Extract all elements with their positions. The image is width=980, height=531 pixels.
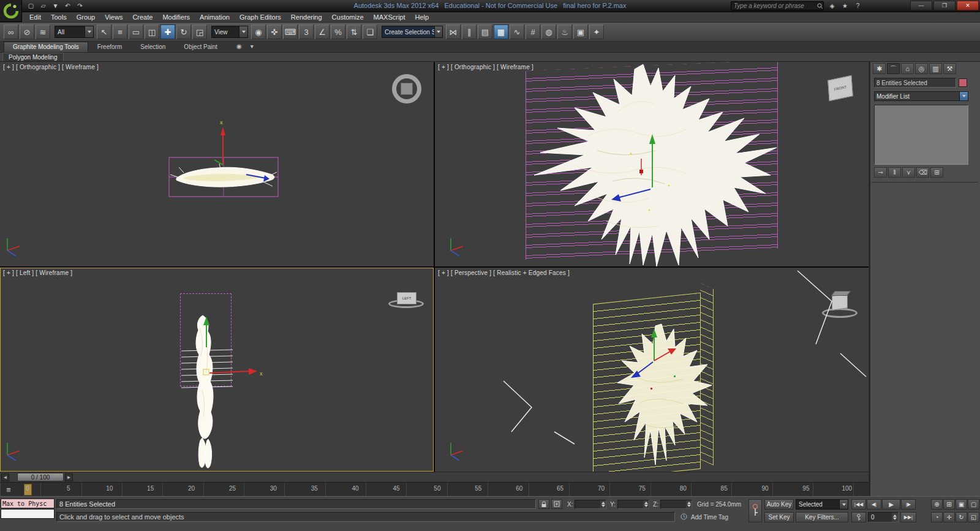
dropdown-arrow-icon[interactable] [434,26,442,37]
make-unique-icon[interactable]: ⋎ [902,167,915,178]
snaps-toggle-3d-icon[interactable]: 3 [299,24,314,39]
go-to-end-icon[interactable]: ▶▶| [900,512,916,522]
keyboard-shortcut-override-icon[interactable]: ⌨ [283,24,298,39]
rectangular-selection-icon[interactable]: ▭ [129,24,143,39]
menu-animation[interactable]: Animation [195,12,235,23]
graphite-ribbon-toggle-icon[interactable]: ▦ [494,24,508,39]
go-to-start-icon[interactable]: |◀◀ [851,499,866,510]
schematic-view-icon[interactable]: # [526,24,540,39]
unlink-selection-icon[interactable]: ⊘ [20,24,34,39]
percent-snap-icon[interactable]: % [331,24,345,39]
next-frame-icon[interactable]: |▶ [901,499,916,510]
utilities-tab-icon[interactable]: ⚒ [943,63,956,74]
configure-modifier-sets-icon[interactable]: ⊞ [930,167,943,178]
menu-rendering[interactable]: Rendering [286,12,327,23]
spinner-icon[interactable] [600,500,606,508]
select-and-move-icon[interactable]: ✚ [160,24,175,39]
time-slider-handle[interactable]: 0 / 100 [17,473,64,481]
viewport-label[interactable]: [ + ] [ Orthographic ] [ Wireframe ] [438,64,533,70]
save-file-icon[interactable]: ▼ [50,1,61,10]
menu-maxscript[interactable]: MAXScript [369,12,410,23]
viewport-top-left-orthographic[interactable]: [ + ] [ Orthographic ] [ Wireframe ] [0,62,434,266]
menu-modifiers[interactable]: Modifiers [157,12,195,23]
minimize-button[interactable]: — [910,1,932,10]
ribbon-tab-graphite[interactable]: Graphite Modeling Tools [4,42,88,52]
dropdown-arrow-icon[interactable] [239,26,247,37]
time-slider-next-icon[interactable]: ► [65,473,73,481]
create-tab-icon[interactable]: ✱ [873,63,886,74]
viewport-label[interactable]: [ + ] [ Left ] [ Wireframe ] [3,269,72,276]
use-pivot-point-center-icon[interactable]: ◉ [251,24,266,39]
menu-graph-editors[interactable]: Graph Editors [235,12,286,23]
favorites-star-icon[interactable]: ★ [840,1,850,10]
hierarchy-tab-icon[interactable]: ⌂ [901,63,914,74]
spinner-icon[interactable] [686,500,692,508]
menu-tools[interactable]: Tools [46,12,72,23]
menu-create[interactable]: Create [127,12,157,23]
remove-modifier-icon[interactable]: ⌫ [916,167,929,178]
3dsmax-logo[interactable] [0,0,22,22]
viewport-label[interactable]: [ + ] [ Perspective ] [ Realistic + Edge… [438,269,570,276]
layer-manager-icon[interactable]: ▤ [478,24,492,39]
modify-tab-icon[interactable]: ⌒ [887,63,900,74]
absolute-mode-toggle[interactable] [551,499,562,509]
angle-snap-icon[interactable]: ∠ [315,24,330,39]
field-of-view-icon[interactable]: ◔ [931,512,943,522]
time-slider-prev-icon[interactable]: ◄ [1,473,9,481]
redo-icon[interactable]: ↷ [75,1,85,10]
modifier-stack[interactable] [874,105,968,165]
maximize-button[interactable]: ❐ [933,1,956,10]
menu-edit[interactable]: Edit [24,12,46,23]
key-filters-button[interactable]: Key Filters... [796,512,848,522]
menu-customize[interactable]: Customize [327,12,369,23]
communication-center-icon[interactable]: ◈ [827,1,837,10]
viewport-bottom-right-perspective[interactable]: [ + ] [ Perspective ] [ Realistic + Edge… [435,268,869,472]
ribbon-tab-object-paint[interactable]: Object Paint [175,42,226,52]
play-animation-icon[interactable]: ▶ [882,499,900,510]
spinner-icon[interactable] [643,500,649,508]
pan-view-icon[interactable]: ✛ [943,512,955,522]
maxscript-mini-listener[interactable] [1,509,55,519]
selection-filter-dropdown[interactable]: All [55,26,94,38]
select-and-rotate-icon[interactable]: ↻ [176,24,191,39]
render-production-icon[interactable]: ✦ [589,24,604,39]
select-and-manipulate-icon[interactable]: ✜ [267,24,282,39]
zoom-extents-icon[interactable]: ▣ [956,499,967,510]
window-crossing-icon[interactable]: ◫ [145,24,159,39]
edit-named-selection-sets-icon[interactable]: ❏ [363,24,377,39]
motion-tab-icon[interactable]: ◎ [915,63,928,74]
material-editor-icon[interactable]: ◍ [541,24,556,39]
curve-editor-icon[interactable]: ∿ [510,24,524,39]
maximize-viewport-toggle-icon[interactable]: ◱ [968,512,979,522]
previous-frame-icon[interactable]: ◀| [867,499,881,510]
spinner-snap-icon[interactable]: ⇅ [347,24,361,39]
named-selection-dropdown[interactable]: Create Selection Se [382,26,443,38]
spinner-icon[interactable] [892,513,898,522]
auto-key-button[interactable]: Auto Key [764,499,794,510]
select-by-name-icon[interactable]: ≡ [113,24,127,39]
ribbon-panel-polygon-modeling[interactable]: Polygon Modeling [2,53,64,61]
selection-lock-toggle[interactable] [538,499,549,509]
render-setup-icon[interactable]: ♨ [557,24,572,39]
search-icon[interactable] [817,1,823,10]
open-mini-curve-editor-icon[interactable]: ≣ [1,484,16,495]
search-input[interactable] [731,2,817,9]
ribbon-tab-freeform[interactable]: Freeform [88,42,132,52]
menu-views[interactable]: Views [100,12,127,23]
object-name-field[interactable]: 8 Entities Selected [874,78,956,88]
z-coordinate-field[interactable] [660,500,692,509]
set-key-button[interactable]: Set Key [764,512,794,522]
select-and-link-icon[interactable]: ∞ [4,24,18,39]
viewport-label[interactable]: [ + ] [ Orthographic ] [ Wireframe ] [3,64,99,70]
open-file-icon[interactable]: ▱ [38,1,48,10]
bind-to-spacewarp-icon[interactable]: ≋ [36,24,50,39]
help-icon[interactable]: ? [853,1,863,10]
close-button[interactable]: ✕ [957,1,979,10]
dropdown-arrow-icon[interactable] [839,500,848,509]
mirror-icon[interactable]: ⋈ [446,24,461,39]
zoom-all-icon[interactable]: ⊞ [943,499,955,510]
set-keys-button[interactable] [748,499,762,522]
zoom-icon[interactable]: ⊕ [931,499,943,510]
menu-group[interactable]: Group [72,12,100,23]
key-selection-dropdown[interactable]: Selected [796,499,848,510]
